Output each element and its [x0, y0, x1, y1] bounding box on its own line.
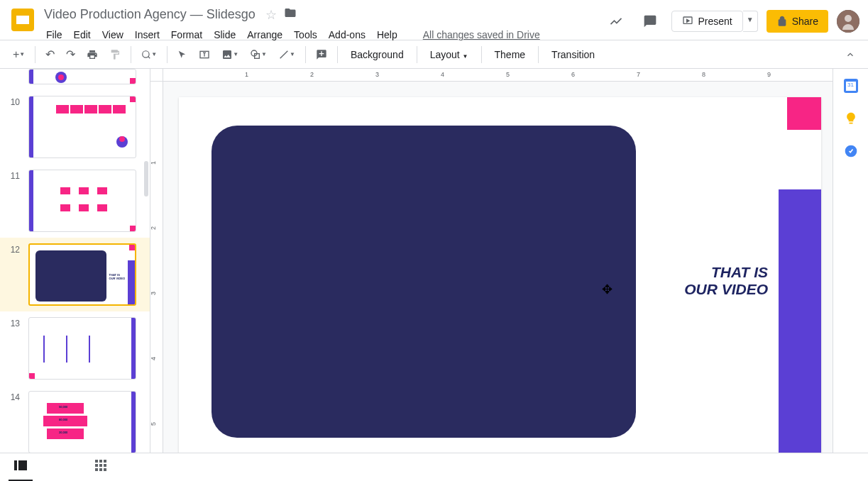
slide-pink-accent[interactable]	[787, 97, 821, 130]
title-area: Video Production Agency — Slidesgo ☆ Fil…	[41, 6, 603, 43]
thumbnail-10[interactable]	[28, 96, 136, 158]
slide-video-placeholder[interactable]	[211, 126, 636, 438]
undo-button[interactable]: ↶	[41, 43, 59, 65]
thumbnail-9[interactable]	[28, 69, 136, 84]
slides-logo[interactable]	[9, 6, 37, 34]
thumb-row[interactable]: 13	[0, 311, 150, 385]
paint-format-button[interactable]	[105, 45, 125, 65]
svg-rect-19	[95, 460, 98, 463]
move-cursor-icon: ✥	[602, 282, 612, 297]
ruler-corner	[150, 69, 163, 82]
ruler-tick: 4	[150, 357, 157, 360]
svg-rect-24	[104, 464, 106, 467]
svg-marker-1	[687, 19, 689, 22]
document-title[interactable]: Video Production Agency — Slidesgo	[41, 6, 258, 23]
slide-text-line1: THAT IS	[684, 264, 768, 281]
thumbnail-13[interactable]	[28, 317, 136, 380]
horizontal-ruler[interactable]: 1 2 3 4 5 6 7 8 9	[163, 69, 833, 82]
thumb-num: 12	[7, 243, 20, 255]
keep-icon[interactable]	[844, 111, 858, 126]
new-slide-button[interactable]: + ▼	[9, 44, 29, 65]
textbox-tool[interactable]	[194, 45, 214, 65]
thumbnail-12[interactable]: THAT ISOUR VIDEO	[28, 243, 136, 306]
folder-icon[interactable]	[284, 6, 297, 23]
thumb-num: 10	[7, 96, 20, 107]
thumb-num: 11	[7, 170, 20, 181]
saved-status[interactable]: All changes saved in Drive	[418, 26, 545, 43]
bottom-bar	[0, 453, 868, 481]
svg-rect-22	[95, 464, 98, 467]
ruler-tick: 3	[150, 292, 157, 295]
tasks-icon[interactable]	[844, 144, 858, 158]
layout-button[interactable]: Layout ▼	[423, 45, 476, 65]
separator	[131, 46, 131, 63]
thumb-row[interactable]: 10	[0, 90, 150, 164]
comment-tool[interactable]	[312, 45, 331, 65]
header-actions: Present ▼ Share	[603, 9, 859, 34]
zoom-button[interactable]: ▼	[137, 45, 161, 64]
sidebar-scrollbar[interactable]	[144, 161, 148, 197]
calendar-icon[interactable]: 31	[844, 79, 858, 93]
slides-logo-icon	[11, 9, 34, 31]
user-avatar[interactable]	[837, 10, 859, 33]
thumbnail-sidebar[interactable]: 10 11	[0, 69, 150, 481]
menu-edit[interactable]: Edit	[69, 26, 96, 43]
present-label: Present	[698, 16, 732, 27]
menu-file[interactable]: File	[41, 26, 67, 43]
slide-canvas[interactable]: THAT IS OUR VIDEO ✥	[179, 97, 821, 459]
svg-rect-26	[99, 468, 102, 471]
grid-view-icon[interactable]	[89, 454, 112, 480]
separator	[167, 46, 167, 63]
menu-insert[interactable]: Insert	[130, 26, 165, 43]
theme-button[interactable]: Theme	[488, 45, 533, 65]
present-dropdown[interactable]: ▼	[743, 11, 758, 32]
shape-tool[interactable]: ▼	[246, 45, 271, 65]
slide-purple-bar[interactable]	[779, 189, 821, 459]
background-button[interactable]: Background	[344, 45, 411, 65]
menu-bar: File Edit View Insert Format Slide Arran…	[41, 26, 603, 43]
menu-format[interactable]: Format	[166, 26, 207, 43]
menu-addons[interactable]: Add-ons	[324, 26, 370, 43]
thumb-row[interactable]: 11	[0, 164, 150, 238]
share-label: Share	[792, 16, 818, 27]
redo-button[interactable]: ↷	[62, 43, 79, 65]
menu-arrange[interactable]: Arrange	[242, 26, 287, 43]
trending-icon[interactable]	[603, 9, 629, 34]
filmstrip-view-icon[interactable]	[9, 453, 33, 481]
thumb-row-partial[interactable]	[0, 69, 150, 90]
svg-point-13	[58, 74, 64, 80]
thumb-row[interactable]: 14 50,000 80,000 20,000	[0, 385, 150, 459]
select-tool[interactable]	[173, 45, 192, 64]
star-icon[interactable]: ☆	[265, 7, 277, 23]
image-tool[interactable]: ▼	[217, 45, 243, 65]
main-content: 10 11	[0, 69, 868, 481]
svg-rect-20	[99, 460, 102, 463]
comments-icon[interactable]	[637, 9, 663, 34]
line-tool[interactable]: ▼	[274, 45, 300, 65]
collapse-toolbar-icon[interactable]	[841, 45, 859, 64]
separator	[417, 46, 417, 63]
svg-rect-27	[104, 468, 106, 471]
share-button[interactable]: Share	[767, 10, 828, 33]
svg-rect-17	[14, 460, 17, 470]
menu-slide[interactable]: Slide	[209, 26, 241, 43]
right-sidebar: 31 ›	[833, 69, 868, 481]
slide-title-text[interactable]: THAT IS OUR VIDEO	[684, 264, 768, 298]
canvas-area[interactable]: 1 2 3 4 5 6 7 8 9 1 2 3 4 5 THAT IS OUR …	[150, 69, 833, 481]
menu-help[interactable]: Help	[372, 26, 402, 43]
present-button[interactable]: Present	[671, 11, 742, 32]
thumbnail-11[interactable]	[28, 170, 136, 232]
print-button[interactable]	[82, 45, 102, 65]
menu-tools[interactable]: Tools	[289, 26, 322, 43]
menu-view[interactable]: View	[97, 26, 128, 43]
ruler-tick: 7	[637, 71, 640, 78]
svg-point-3	[845, 15, 852, 22]
thumb-row-active[interactable]: 12 THAT ISOUR VIDEO	[0, 238, 150, 311]
ruler-tick: 3	[375, 71, 379, 78]
separator	[35, 46, 35, 63]
transition-button[interactable]: Transition	[544, 45, 602, 65]
svg-point-15	[119, 136, 125, 142]
thumbnail-14[interactable]: 50,000 80,000 20,000	[28, 391, 136, 453]
vertical-ruler[interactable]: 1 2 3 4 5	[150, 82, 163, 481]
ruler-tick: 2	[310, 71, 314, 78]
